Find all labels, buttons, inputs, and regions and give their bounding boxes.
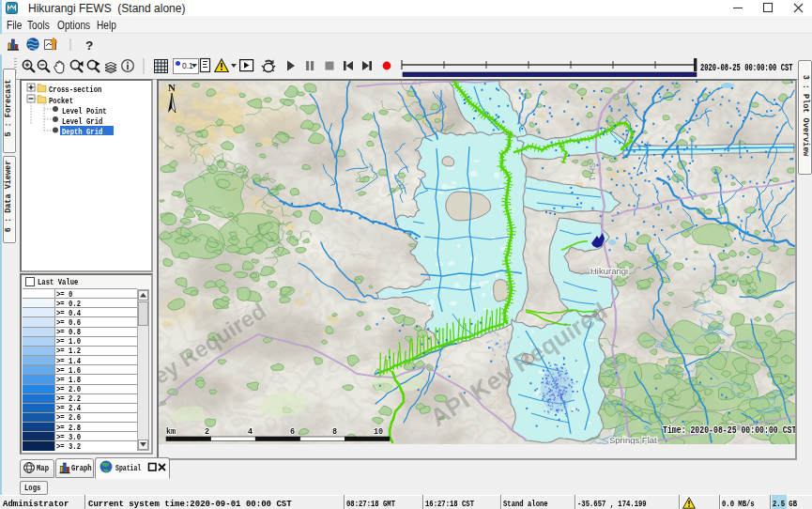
svg-text:Hikurangi: Hikurangi (590, 266, 628, 276)
svg-text:km: km (166, 427, 176, 437)
svg-text:N: N (168, 82, 176, 93)
svg-text:Time: 2020-08-25 00:00:00 CST: Time: 2020-08-25 00:00:00 CST (663, 424, 795, 436)
svg-text:2: 2 (205, 427, 209, 437)
svg-text:6: 6 (290, 427, 295, 437)
svg-text:?: ? (85, 39, 93, 53)
svg-text:Springs Flat: Springs Flat (609, 435, 657, 444)
svg-text:10: 10 (374, 427, 383, 437)
svg-text:8: 8 (332, 427, 337, 437)
svg-text:SH 1: SH 1 (588, 162, 597, 181)
svg-text:4: 4 (248, 427, 253, 437)
